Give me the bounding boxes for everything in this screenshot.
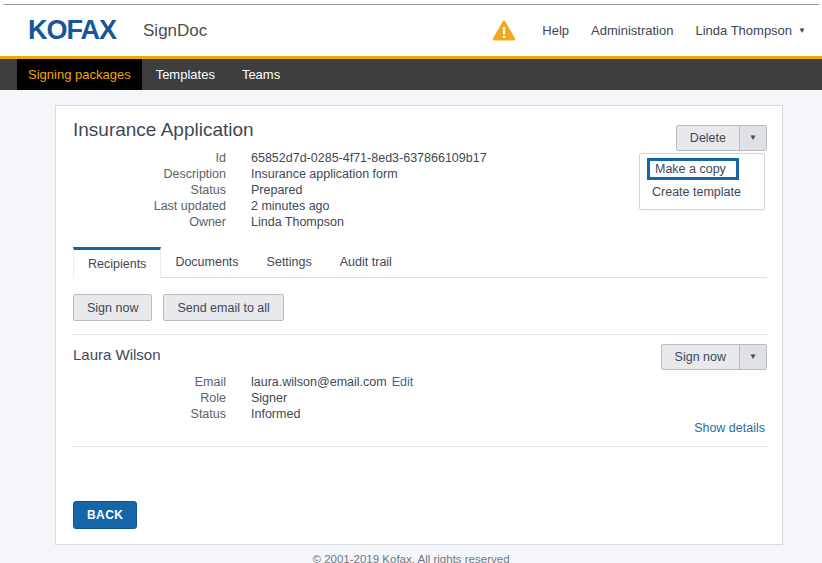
delete-dropdown-menu: Make a copy Create template [639,153,765,210]
user-name: Linda Thompson [695,23,792,38]
detail-label: Email [73,374,226,390]
detail-value: 2 minutes ago [251,198,330,214]
chevron-down-icon: ▼ [798,27,806,35]
detail-row: Role Signer [73,390,413,406]
chevron-down-icon: ▼ [749,353,757,361]
recipient-sign-split-button: Sign now ▼ [661,344,767,370]
header-actions: Help Administration Linda Thompson ▼ [492,20,806,41]
tab-settings[interactable]: Settings [253,247,326,277]
recipient-name: Laura Wilson [73,346,161,363]
product-name: SignDoc [143,21,207,41]
main-nav: Signing packages Templates Teams [0,59,822,90]
sign-now-button[interactable]: Sign now [73,294,152,321]
nav-item-teams[interactable]: Teams [229,59,293,90]
detail-value: Insurance application form [251,166,398,182]
detail-value: laura.wilson@email.comEdit [251,374,413,390]
menu-item-create-template[interactable]: Create template [652,185,741,199]
back-button[interactable]: BACK [73,501,137,529]
detail-row: Id 65852d7d-0285-4f71-8ed3-637866109b17 [73,150,487,166]
detail-label: Owner [73,214,226,230]
recipient-sign-menu-toggle[interactable]: ▼ [739,345,766,369]
detail-row: Last updated 2 minutes ago [73,198,487,214]
package-details: Id 65852d7d-0285-4f71-8ed3-637866109b17 … [73,150,487,230]
detail-label: Description [73,166,226,182]
recipient-email: laura.wilson@email.com [251,375,387,389]
detail-value: Signer [251,390,287,406]
kofax-logo[interactable]: KOFAX [28,15,116,46]
tab-audit-trail[interactable]: Audit trail [326,247,406,277]
tab-recipients[interactable]: Recipients [73,247,161,278]
delete-menu-toggle[interactable]: ▼ [739,126,766,150]
recipient-actions: Sign now Send email to all [73,294,284,321]
detail-label: Status [73,182,226,198]
page-title: Insurance Application [73,119,254,141]
menu-item-make-a-copy[interactable]: Make a copy [647,158,739,180]
nav-item-signing-packages[interactable]: Signing packages [17,59,142,90]
signing-package-card: Insurance Application Id 65852d7d-0285-4… [55,105,783,545]
detail-row: Email laura.wilson@email.comEdit [73,374,413,390]
detail-row: Description Insurance application form [73,166,487,182]
user-menu[interactable]: Linda Thompson ▼ [695,23,806,38]
administration-link[interactable]: Administration [591,23,673,38]
detail-value: Prepared [251,182,302,198]
detail-row: Status Prepared [73,182,487,198]
detail-row: Status Informed [73,406,413,422]
detail-label: Status [73,406,226,422]
edit-email-link[interactable]: Edit [392,375,414,389]
detail-label: Id [73,150,226,166]
tab-documents[interactable]: Documents [161,247,252,277]
detail-label: Role [73,390,226,406]
send-email-to-all-button[interactable]: Send email to all [163,294,283,321]
menu-item-label: Make a copy [650,162,726,176]
tab-bar: Recipients Documents Settings Audit trai… [73,247,767,278]
help-link[interactable]: Help [542,23,569,38]
recipient-details: Email laura.wilson@email.comEdit Role Si… [73,374,413,422]
detail-label: Last updated [73,198,226,214]
detail-row: Owner Linda Thompson [73,214,487,230]
detail-value: Informed [251,406,300,422]
divider [73,446,767,447]
nav-item-templates[interactable]: Templates [143,59,228,90]
delete-button[interactable]: Delete [677,126,739,150]
chevron-down-icon: ▼ [749,134,757,142]
detail-value: 65852d7d-0285-4f71-8ed3-637866109b17 [251,150,487,166]
footer-copyright: © 2001-2019 Kofax. All rights reserved [0,552,822,563]
app-header: KOFAX SignDoc Help Administration Linda … [0,5,822,56]
delete-split-button: Delete ▼ [676,125,767,151]
detail-value: Linda Thompson [251,214,344,230]
warning-icon[interactable] [492,20,516,41]
show-details-link[interactable]: Show details [694,421,765,435]
recipient-sign-now-button[interactable]: Sign now [662,345,739,369]
divider [73,334,767,335]
main-area: Insurance Application Id 65852d7d-0285-4… [0,90,822,563]
